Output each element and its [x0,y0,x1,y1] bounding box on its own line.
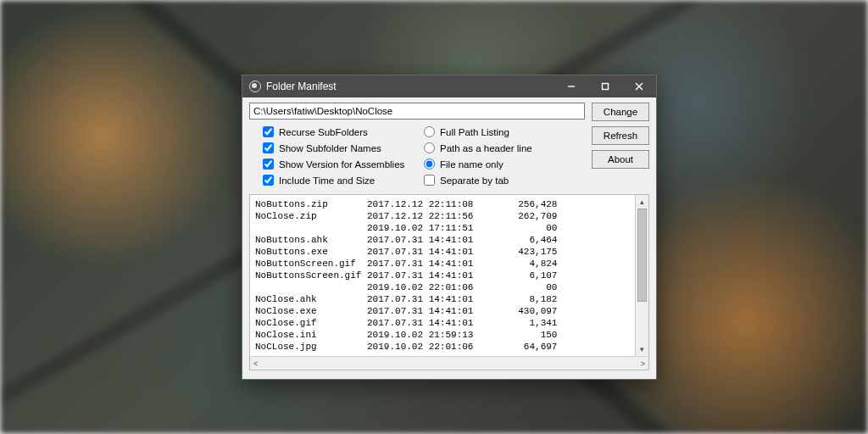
folder-path-input[interactable] [249,103,585,120]
about-button[interactable]: About [592,150,649,169]
refresh-button[interactable]: Refresh [592,126,649,145]
scroll-up-icon[interactable]: ▴ [636,195,648,209]
file-listing-text[interactable]: NoButtons.zip 2017.12.12 22:11:08 256,42… [250,195,635,356]
app-window: Folder Manifest Recurse SubFoldersShow S… [242,75,657,380]
option-label: Path as a header line [440,143,532,153]
checkbox-recurse-subfolders[interactable] [263,126,274,137]
option-label: Recurse SubFolders [279,127,368,137]
file-listing: NoButtons.zip 2017.12.12 22:11:08 256,42… [249,194,649,370]
option-recurse-subfolders[interactable]: Recurse SubFolders [263,126,424,137]
minimize-button[interactable] [554,75,588,97]
option-show-version-for-assemblies[interactable]: Show Version for Assemblies [263,159,424,170]
side-button-column: Change Refresh About [592,103,649,191]
option-label: Separate by tab [440,175,509,186]
svg-rect-1 [603,84,609,90]
horizontal-scrollbar[interactable]: < > [250,356,648,370]
maximize-button[interactable] [588,75,622,97]
option-file-name-only[interactable]: File name only [424,159,585,170]
checkbox-show-subfolder-names[interactable] [263,142,274,153]
scroll-thumb[interactable] [637,209,647,302]
window-controls [554,75,656,97]
option-label: Include Time and Size [279,175,375,186]
app-icon [249,81,261,92]
checkbox-separate-by-tab[interactable] [424,175,435,186]
client-area: Recurse SubFoldersShow Subfolder NamesSh… [242,97,656,379]
option-full-path-listing[interactable]: Full Path Listing [424,126,585,137]
radio-file-name-only[interactable] [424,159,435,170]
radio-full-path-listing[interactable] [424,126,435,137]
scroll-right-icon[interactable]: > [641,359,645,368]
window-title: Folder Manifest [266,81,554,92]
option-show-subfolder-names[interactable]: Show Subfolder Names [263,142,424,153]
option-include-time-and-size[interactable]: Include Time and Size [263,175,424,186]
checkbox-show-version-for-assemblies[interactable] [263,159,274,170]
checkbox-include-time-and-size[interactable] [263,175,274,186]
vertical-scrollbar[interactable]: ▴ ▾ [635,195,648,356]
option-path-as-a-header-line[interactable]: Path as a header line [424,142,585,153]
close-button[interactable] [622,75,656,97]
option-label: Full Path Listing [440,127,509,137]
option-label: File name only [440,159,504,170]
titlebar[interactable]: Folder Manifest [242,75,656,97]
scroll-down-icon[interactable]: ▾ [636,342,648,356]
option-separate-by-tab[interactable]: Separate by tab [424,175,585,186]
change-button[interactable]: Change [592,103,649,121]
option-label: Show Version for Assemblies [279,159,404,170]
radio-path-as-a-header-line[interactable] [424,142,435,153]
option-label: Show Subfolder Names [279,143,381,153]
options-group: Recurse SubFoldersShow Subfolder NamesSh… [249,120,585,191]
scroll-left-icon[interactable]: < [253,359,258,368]
